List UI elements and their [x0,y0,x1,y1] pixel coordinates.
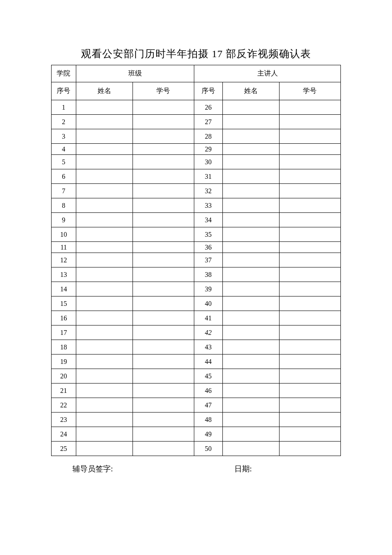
seq-left-cell: 4 [52,144,76,155]
name-left-cell [76,100,133,115]
seq-left-cell: 10 [52,227,76,242]
name-right-cell [222,442,279,456]
id-left-cell [133,155,194,169]
id-right-cell [279,213,340,227]
name-right-cell [222,369,279,384]
col-id-left: 学号 [133,82,194,100]
id-right-cell [279,115,340,129]
seq-left-cell: 3 [52,129,76,144]
id-right-cell [279,184,340,198]
name-right-cell [222,144,279,155]
seq-right-cell: 49 [194,427,223,442]
name-right-cell [222,282,279,296]
name-left-cell [76,213,133,227]
id-left-cell [133,129,194,144]
name-left-cell [76,129,133,144]
table-row: 631 [52,169,341,184]
table-row: 1237 [52,253,341,267]
name-right-cell [222,213,279,227]
seq-left-cell: 18 [52,340,76,355]
id-left-cell [133,253,194,267]
name-left-cell [76,267,133,282]
col-seq-right: 序号 [194,82,223,100]
id-right-cell [279,369,340,384]
id-right-cell [279,398,340,413]
table-row: 1338 [52,267,341,282]
id-right-cell [279,253,340,267]
seq-left-cell: 24 [52,427,76,442]
seq-right-cell: 26 [194,100,223,115]
name-left-cell [76,398,133,413]
column-header-row: 序号 姓名 学号 序号 姓名 学号 [52,82,341,100]
name-left-cell [76,227,133,242]
table-row: 227 [52,115,341,129]
name-left-cell [76,169,133,184]
id-right-cell [279,267,340,282]
seq-right-cell: 40 [194,296,223,311]
class-label: 班级 [76,65,194,82]
table-row: 1540 [52,296,341,311]
id-left-cell [133,384,194,398]
speaker-label: 主讲人 [194,65,341,82]
seq-left-cell: 17 [52,325,76,340]
id-left-cell [133,340,194,355]
id-left-cell [133,282,194,296]
seq-left-cell: 11 [52,242,76,253]
info-header-row: 学院 班级 主讲人 [52,65,341,82]
id-right-cell [279,442,340,456]
id-right-cell [279,242,340,253]
seq-right-cell: 47 [194,398,223,413]
name-right-cell [222,296,279,311]
id-left-cell [133,100,194,115]
table-row: 1944 [52,355,341,369]
name-right-cell [222,398,279,413]
seq-right-cell: 30 [194,155,223,169]
name-left-cell [76,282,133,296]
seq-right-cell: 50 [194,442,223,456]
seq-left-cell: 9 [52,213,76,227]
seq-right-cell: 31 [194,169,223,184]
seq-right-cell: 38 [194,267,223,282]
id-right-cell [279,198,340,213]
id-left-cell [133,311,194,325]
name-left-cell [76,340,133,355]
id-left-cell [133,227,194,242]
table-row: 2348 [52,413,341,427]
name-right-cell [222,355,279,369]
id-left-cell [133,442,194,456]
seq-left-cell: 13 [52,267,76,282]
id-right-cell [279,169,340,184]
id-left-cell [133,213,194,227]
id-left-cell [133,398,194,413]
id-left-cell [133,325,194,340]
id-left-cell [133,355,194,369]
name-right-cell [222,253,279,267]
seq-left-cell: 23 [52,413,76,427]
college-label: 学院 [52,65,76,82]
table-row: 1843 [52,340,341,355]
page-title: 观看公安部门历时半年拍摄 17 部反诈视频确认表 [51,47,341,61]
seq-right-cell: 46 [194,384,223,398]
col-seq-left: 序号 [52,82,76,100]
seq-right-cell: 42 [194,325,223,340]
name-left-cell [76,253,133,267]
id-left-cell [133,413,194,427]
id-left-cell [133,144,194,155]
seq-right-cell: 28 [194,129,223,144]
name-right-cell [222,100,279,115]
col-name-left: 姓名 [76,82,133,100]
seq-right-cell: 41 [194,311,223,325]
name-right-cell [222,311,279,325]
seq-right-cell: 29 [194,144,223,155]
id-left-cell [133,427,194,442]
col-name-right: 姓名 [222,82,279,100]
name-left-cell [76,155,133,169]
id-right-cell [279,355,340,369]
id-left-cell [133,267,194,282]
confirmation-table: 学院 班级 主讲人 序号 姓名 学号 序号 姓名 学号 126227328429… [51,65,341,456]
seq-left-cell: 7 [52,184,76,198]
seq-left-cell: 12 [52,253,76,267]
seq-left-cell: 5 [52,155,76,169]
table-row: 2045 [52,369,341,384]
name-right-cell [222,155,279,169]
